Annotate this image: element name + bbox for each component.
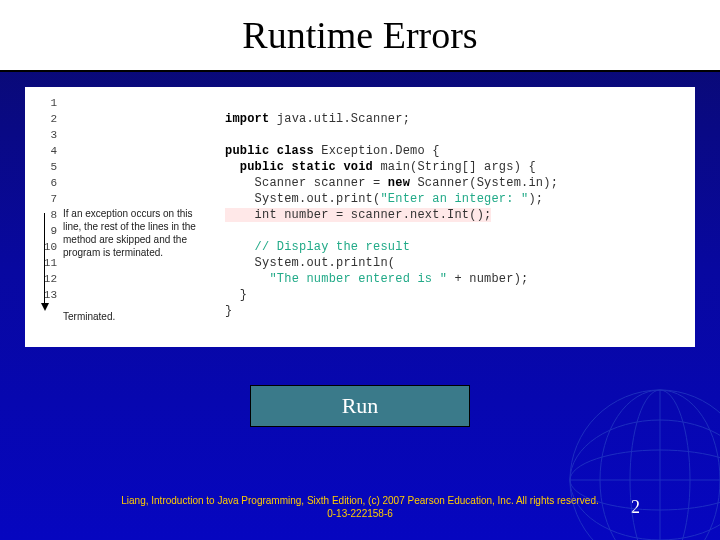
line-number: 4	[35, 143, 57, 159]
code-token: public static void	[225, 160, 373, 174]
flow-arrow-head-icon	[41, 303, 49, 311]
code-comment: // Display the result	[225, 240, 410, 254]
code-token: + number);	[447, 272, 528, 286]
code-panel: 1 2 3 4 5 6 7 8 9 10 11 12 13 If an exce…	[25, 87, 695, 347]
line-number: 10	[35, 239, 57, 255]
code-token: Exception.Demo {	[314, 144, 440, 158]
code-token: System.out.print(	[225, 192, 380, 206]
code-token: Scanner scanner =	[225, 176, 388, 190]
line-number: 13	[35, 287, 57, 303]
line-number: 8	[35, 207, 57, 223]
run-button-label: Run	[342, 393, 379, 419]
footer: Liang, Introduction to Java Programming,…	[0, 494, 720, 520]
page-number: 2	[631, 497, 640, 518]
line-number: 11	[35, 255, 57, 271]
line-number: 5	[35, 159, 57, 175]
code-token: import	[225, 112, 269, 126]
code-token: new	[388, 176, 410, 190]
line-number: 3	[35, 127, 57, 143]
line-number: 1	[35, 95, 57, 111]
code-token: "Enter an integer: "	[380, 192, 528, 206]
line-number: 6	[35, 175, 57, 191]
code-token: public class	[225, 144, 314, 158]
code-token: Scanner(System.in);	[410, 176, 558, 190]
code-token: main(String[] args) {	[373, 160, 536, 174]
svg-point-2	[570, 420, 720, 540]
code-area: import java.util.Scanner; public class E…	[225, 95, 685, 319]
code-token: );	[528, 192, 543, 206]
title-bar: Runtime Errors	[0, 0, 720, 72]
code-token	[225, 272, 269, 286]
code-token: System.out.println(	[225, 256, 395, 270]
line-number: 2	[35, 111, 57, 127]
footer-text: Liang, Introduction to Java Programming,…	[120, 494, 600, 520]
run-button[interactable]: Run	[250, 385, 470, 427]
slide-title: Runtime Errors	[242, 13, 477, 57]
line-gutter: 1 2 3 4 5 6 7 8 9 10 11 12 13	[35, 95, 57, 303]
code-token: }	[225, 304, 232, 318]
code-token: java.util.Scanner;	[269, 112, 410, 126]
line-number: 7	[35, 191, 57, 207]
flow-arrow-line	[44, 213, 45, 305]
code-token: "The number entered is "	[269, 272, 447, 286]
annotation-text: If an exception occurs on this line, the…	[63, 207, 208, 259]
code-token: }	[225, 288, 247, 302]
line-number: 9	[35, 223, 57, 239]
terminated-label: Terminated.	[63, 311, 115, 322]
highlighted-line: int number = scanner.next.Int();	[225, 208, 491, 222]
line-number: 12	[35, 271, 57, 287]
